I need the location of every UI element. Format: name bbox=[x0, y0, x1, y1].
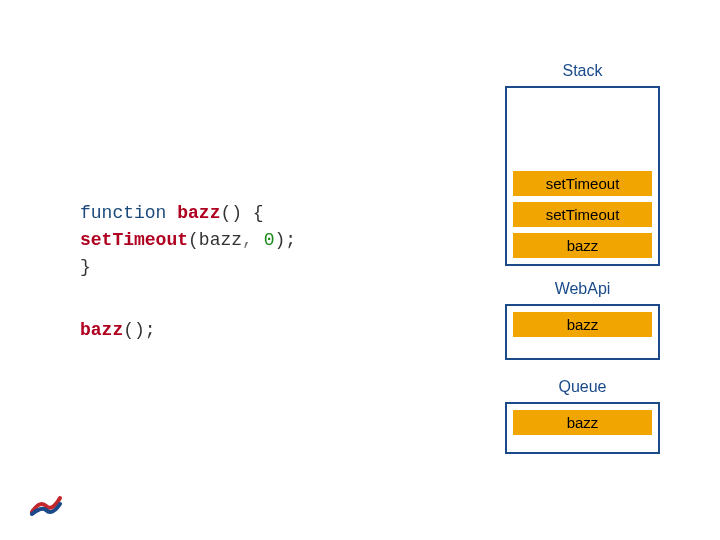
logo-icon bbox=[28, 486, 64, 522]
semicolon: ; bbox=[285, 230, 296, 250]
code-line-invoke: bazz(); bbox=[80, 317, 296, 344]
close-paren: ) bbox=[275, 230, 286, 250]
webapi-box: bazz bbox=[505, 304, 660, 360]
arg-bazz: bazz bbox=[199, 230, 242, 250]
queue-box: bazz bbox=[505, 402, 660, 454]
code-line-2: setTimeout(bazz, 0); bbox=[80, 227, 296, 254]
stack-title: Stack bbox=[505, 62, 660, 80]
stack-box: setTimeout setTimeout bazz bbox=[505, 86, 660, 266]
queue-title: Queue bbox=[505, 378, 660, 396]
stack-frame: bazz bbox=[513, 233, 652, 258]
settimeout-call: setTimeout bbox=[80, 230, 188, 250]
invoke-parens: (); bbox=[123, 320, 155, 340]
keyword-function: function bbox=[80, 203, 166, 223]
open-brace: { bbox=[242, 203, 264, 223]
parens: () bbox=[220, 203, 242, 223]
comma: , bbox=[242, 230, 253, 250]
queue-frame: bazz bbox=[513, 410, 652, 435]
webapi-title: WebApi bbox=[505, 280, 660, 298]
runtime-panels: Stack setTimeout setTimeout bazz WebApi … bbox=[505, 62, 660, 454]
stack-frame: setTimeout bbox=[513, 202, 652, 227]
function-name: bazz bbox=[177, 203, 220, 223]
invoke-bazz: bazz bbox=[80, 320, 123, 340]
close-brace: } bbox=[80, 257, 91, 277]
stack-frame: setTimeout bbox=[513, 171, 652, 196]
code-line-1: function bazz() { bbox=[80, 200, 296, 227]
webapi-frame: bazz bbox=[513, 312, 652, 337]
arg-zero: 0 bbox=[264, 230, 275, 250]
code-block: function bazz() { setTimeout(bazz, 0); }… bbox=[80, 200, 296, 344]
open-paren: ( bbox=[188, 230, 199, 250]
code-line-3: } bbox=[80, 254, 296, 281]
